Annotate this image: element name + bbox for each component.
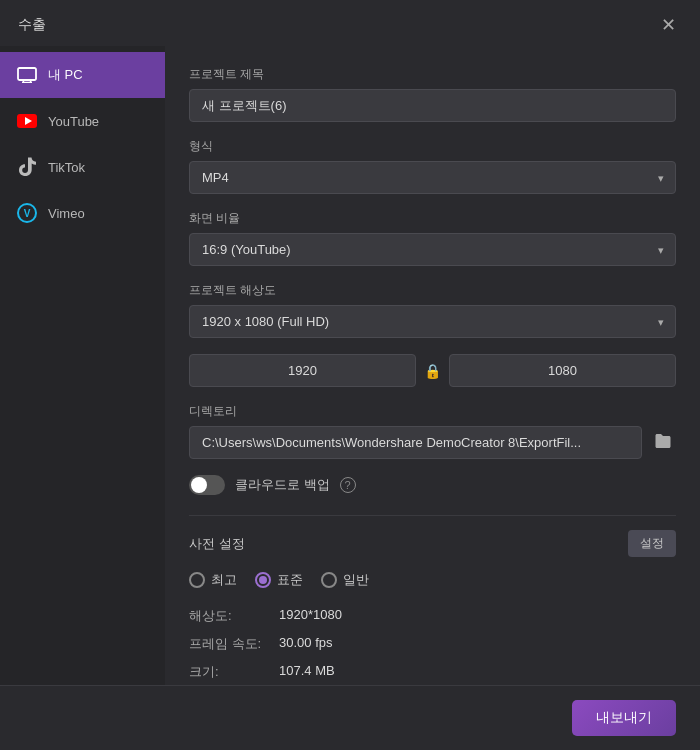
backup-label: 클라우드로 백업 [235, 476, 330, 494]
main-layout: 내 PC YouTube TikTok [0, 46, 700, 685]
resolution-info-val: 1920*1080 [279, 607, 676, 625]
radio-outer-standard [255, 572, 271, 588]
project-title-group: 프로젝트 제목 [189, 66, 676, 122]
resolution-select[interactable]: 1920 x 1080 (Full HD) 1280 x 720 (HD) 38… [189, 305, 676, 338]
aspect-ratio-group: 화면 비율 16:9 (YouTube) 4:3 1:1 9:16 ▾ [189, 210, 676, 266]
backup-row: 클라우드로 백업 ? [189, 475, 676, 495]
sidebar: 내 PC YouTube TikTok [0, 46, 165, 685]
aspect-ratio-label: 화면 비율 [189, 210, 676, 227]
project-title-label: 프로젝트 제목 [189, 66, 676, 83]
aspect-ratio-select[interactable]: 16:9 (YouTube) 4:3 1:1 9:16 [189, 233, 676, 266]
sidebar-item-vimeo[interactable]: V Vimeo [0, 190, 165, 236]
tiktok-icon [16, 156, 38, 178]
content-area: 프로젝트 제목 형식 MP4 AVI MOV MKV GIF ▾ [165, 46, 700, 685]
format-label: 형식 [189, 138, 676, 155]
directory-label: 디렉토리 [189, 403, 676, 420]
sidebar-item-label-my-pc: 내 PC [48, 66, 83, 84]
width-input[interactable] [189, 354, 416, 387]
preset-section: 사전 설정 설정 최고 표준 [189, 530, 676, 681]
radio-inner-standard [259, 576, 267, 584]
size-info-val: 107.4 MB [279, 663, 676, 681]
quality-option-standard[interactable]: 표준 [255, 571, 303, 589]
radio-label-standard: 표준 [277, 571, 303, 589]
close-button[interactable]: ✕ [655, 14, 682, 36]
directory-group: 디렉토리 [189, 403, 676, 459]
size-info-key: 크기: [189, 663, 279, 681]
format-select-wrapper: MP4 AVI MOV MKV GIF ▾ [189, 161, 676, 194]
toggle-knob [191, 477, 207, 493]
resolution-select-wrapper: 1920 x 1080 (Full HD) 1280 x 720 (HD) 38… [189, 305, 676, 338]
radio-label-normal: 일반 [343, 571, 369, 589]
preset-title: 사전 설정 [189, 535, 245, 553]
radio-outer-normal [321, 572, 337, 588]
backup-toggle[interactable] [189, 475, 225, 495]
format-group: 형식 MP4 AVI MOV MKV GIF ▾ [189, 138, 676, 194]
sidebar-item-youtube[interactable]: YouTube [0, 98, 165, 144]
quality-option-high[interactable]: 최고 [189, 571, 237, 589]
resolution-label: 프로젝트 해상도 [189, 282, 676, 299]
project-title-input[interactable] [189, 89, 676, 122]
resolution-info-key: 해상도: [189, 607, 279, 625]
dialog-title: 수출 [18, 16, 46, 34]
framerate-info-key: 프레임 속도: [189, 635, 279, 653]
radio-label-high: 최고 [211, 571, 237, 589]
title-bar: 수출 ✕ [0, 0, 700, 46]
folder-browse-button[interactable] [650, 429, 676, 457]
vimeo-icon: V [16, 202, 38, 224]
export-button[interactable]: 내보내기 [572, 700, 676, 736]
preset-header: 사전 설정 설정 [189, 530, 676, 557]
lock-icon: 🔒 [424, 363, 441, 379]
quality-option-normal[interactable]: 일반 [321, 571, 369, 589]
sidebar-item-label-vimeo: Vimeo [48, 206, 85, 221]
directory-input[interactable] [189, 426, 642, 459]
bottom-bar: 내보내기 [0, 685, 700, 750]
preset-info-grid: 해상도: 1920*1080 프레임 속도: 30.00 fps 크기: 107… [189, 607, 676, 681]
sidebar-item-label-youtube: YouTube [48, 114, 99, 129]
sidebar-item-my-pc[interactable]: 내 PC [0, 52, 165, 98]
format-select[interactable]: MP4 AVI MOV MKV GIF [189, 161, 676, 194]
sidebar-item-tiktok[interactable]: TikTok [0, 144, 165, 190]
resolution-group: 프로젝트 해상도 1920 x 1080 (Full HD) 1280 x 72… [189, 282, 676, 338]
svg-rect-0 [18, 68, 36, 80]
height-input[interactable] [449, 354, 676, 387]
aspect-ratio-select-wrapper: 16:9 (YouTube) 4:3 1:1 9:16 ▾ [189, 233, 676, 266]
dimension-row: 🔒 [189, 354, 676, 387]
radio-outer-high [189, 572, 205, 588]
pc-icon [16, 64, 38, 86]
quality-radio-row: 최고 표준 일반 [189, 571, 676, 589]
divider [189, 515, 676, 516]
settings-button[interactable]: 설정 [628, 530, 676, 557]
help-icon[interactable]: ? [340, 477, 356, 493]
directory-row [189, 426, 676, 459]
sidebar-item-label-tiktok: TikTok [48, 160, 85, 175]
export-dialog: 수출 ✕ 내 PC [0, 0, 700, 750]
framerate-info-val: 30.00 fps [279, 635, 676, 653]
youtube-icon [16, 110, 38, 132]
